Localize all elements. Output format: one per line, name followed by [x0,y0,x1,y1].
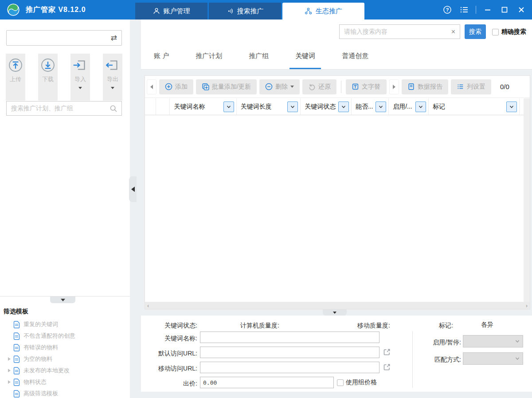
tab-adgroup[interactable]: 推广组 [243,44,274,69]
filter-item-empty-materials[interactable]: 为空的物料 [0,353,130,365]
header-bid-column[interactable]: 出 [520,98,524,115]
filter-item-no-wildcard-creatives[interactable]: 不包含通配符的创意 [0,330,130,342]
header-enable-column[interactable]: 启用/... [389,98,429,115]
bid-input[interactable] [200,377,334,388]
tab-label: 生态推广 [316,7,342,16]
collapse-sidebar-handle[interactable] [129,176,137,202]
pc-quality-label: 计算机质量度: [213,322,279,330]
download-button[interactable]: 下载 [38,54,58,101]
open-url-icon[interactable] [383,348,391,356]
header-keyword-name[interactable]: 关键词名称 [170,98,236,115]
column-label: 关键词状态 [305,103,336,111]
toolbar-scroll-left-button[interactable] [147,79,156,94]
exact-search-checkbox[interactable] [492,29,499,35]
help-icon[interactable]: ? [442,4,453,15]
expander-icon[interactable] [6,369,12,372]
mark-label: 标记: [409,322,453,330]
collapse-detail-panel-handle[interactable] [323,309,347,316]
tab-eco-promotion[interactable]: 生态推广 [282,3,364,20]
collapse-filter-panel-handle[interactable] [50,297,75,303]
import-icon [72,57,89,74]
column-filter-dropdown[interactable] [415,101,426,112]
default-url-input[interactable] [200,347,379,358]
close-icon[interactable] [516,4,527,15]
restore-button[interactable]: 还原 [302,79,336,94]
plan-tree-panel[interactable] [0,116,130,296]
export-button[interactable]: 导出 [103,54,122,101]
main-search-input[interactable]: 请输入搜索内容 × [339,24,460,39]
search-icon[interactable] [110,105,117,113]
table-header: 关键词名称 关键词长度 关键词状态 能否... [145,98,524,115]
plan-search-input[interactable]: 搜索推广计划、推广组 [6,101,122,116]
table-body-empty[interactable] [145,115,524,302]
enable-pause-select[interactable] [463,335,523,347]
scroll-right-arrow[interactable]: › [526,303,528,308]
filter-section-title: 筛选模板 [4,308,28,316]
filter-item-unpublished-local-changes[interactable]: 未发布的本地更改 [0,365,130,376]
search-button[interactable]: 搜索 [465,24,486,39]
column-filter-dropdown[interactable] [223,101,234,112]
bid-label: 出价: [141,380,197,388]
exact-search-label: 精确搜索 [501,28,526,36]
match-type-select[interactable] [463,352,523,365]
use-group-price-checkbox[interactable] [337,379,344,386]
add-button[interactable]: 添加 [159,79,193,94]
tab-search-promotion[interactable]: 搜索推广 [209,3,281,20]
column-filter-dropdown[interactable] [338,101,349,112]
menu-icon[interactable] [459,4,469,15]
import-dropdown-caret[interactable] [78,87,82,89]
header-can-column[interactable]: 能否... [352,98,389,115]
column-list-icon [457,83,464,90]
tab-keyword[interactable]: 关键词 [289,44,321,69]
import-button[interactable]: 导入 [70,54,90,101]
maximize-icon[interactable] [499,4,510,15]
minimize-icon[interactable] [482,4,493,15]
horizontal-scrollbar[interactable]: ‹ › [145,302,530,309]
delete-dropdown-caret[interactable] [290,86,294,88]
export-dropdown-caret[interactable] [111,87,114,89]
vertical-scrollbar[interactable] [524,98,530,302]
header-keyword-length[interactable]: 关键词长度 [237,98,301,115]
exact-search-option: 精确搜索 [492,28,526,36]
panel-splitter[interactable] [130,20,141,398]
data-report-button[interactable]: 数据报告 [402,79,448,94]
upload-button[interactable]: 上传 [6,54,25,101]
toolbar-separator [341,81,341,93]
scroll-left-arrow[interactable]: ‹ [147,303,149,308]
header-keyword-status[interactable]: 关键词状态 [301,98,352,115]
document-icon [13,321,20,328]
filter-item-advanced-filter-template[interactable]: 高级筛选模板 [0,388,130,398]
expander-icon[interactable] [6,380,12,384]
tab-creative[interactable]: 普通创意 [336,44,374,69]
column-filter-dropdown[interactable] [376,101,386,112]
open-url-icon[interactable] [383,363,391,371]
titlebar-separator [476,6,476,14]
clear-search-icon[interactable]: × [451,28,455,36]
sidebar: ⇄ 上传 下载 导入 [0,20,135,398]
text-replace-button[interactable]: 文字替 [346,79,387,94]
mobile-url-label: 移动访问URL: [141,365,197,373]
filter-item-duplicate-keywords[interactable]: 重复的关键词 [0,319,130,330]
bottom-margin-strip [141,392,532,398]
app-logo-icon [7,4,20,16]
account-selector[interactable]: ⇄ [6,30,122,46]
tab-account-management[interactable]: 账户管理 [135,3,207,20]
expander-icon[interactable] [6,357,12,361]
toolbar-scroll-right-button[interactable] [389,79,399,94]
column-filter-dropdown[interactable] [506,101,517,112]
swap-accounts-icon[interactable]: ⇄ [111,34,117,42]
column-filter-dropdown[interactable] [287,101,298,112]
filter-item-material-status[interactable]: 物料状态 [0,376,130,388]
column-settings-button[interactable]: 列设置 [451,79,491,94]
keyword-name-input[interactable] [200,332,379,343]
delete-button[interactable]: 删除 [259,79,300,94]
batch-add-update-button[interactable]: 批量添加/更新 [196,79,257,94]
header-mark-column[interactable]: 标记 [429,98,520,115]
tab-campaign[interactable]: 推广计划 [190,44,228,69]
mobile-url-input[interactable] [200,362,379,373]
filter-item-error-materials[interactable]: 有错误的物料 [0,342,130,353]
document-icon [13,332,20,340]
tab-account[interactable]: 账 户 [148,44,175,69]
default-url-label: 默认访问URL: [141,350,197,358]
mark-value: 各异 [481,321,493,329]
